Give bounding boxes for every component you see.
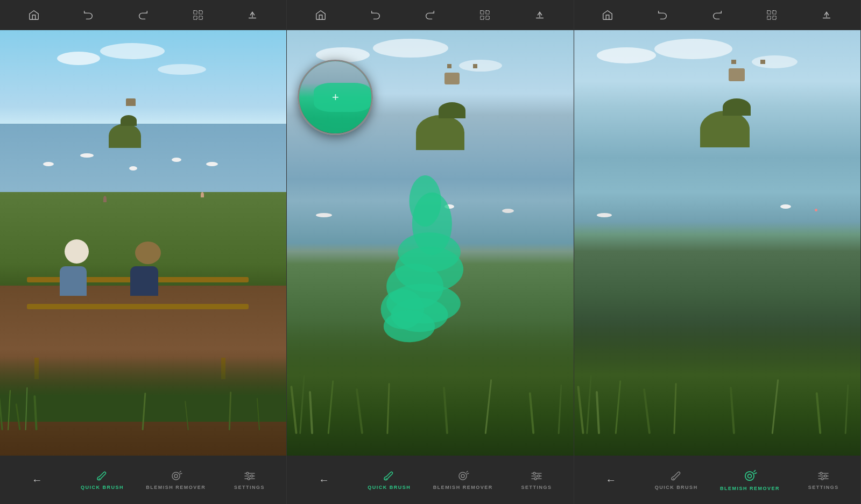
settings-button-1[interactable]: SETTINGS bbox=[228, 470, 271, 490]
svg-rect-37 bbox=[767, 11, 771, 14]
svg-line-30 bbox=[467, 473, 469, 474]
toolbar-2 bbox=[287, 0, 573, 30]
svg-line-6 bbox=[180, 471, 181, 472]
blemish-remover-button-3[interactable]: BLEMISH REMOVER bbox=[720, 468, 780, 491]
settings-icon-2 bbox=[530, 470, 543, 482]
svg-point-50 bbox=[821, 478, 823, 480]
magnifier: + bbox=[298, 60, 373, 135]
settings-label-1: SETTINGS bbox=[234, 485, 265, 490]
blemish-remover-label-2: BLEMISH REMOVER bbox=[433, 485, 493, 490]
panel-2: + ← QUICK BRUSH BLEMISH REMOVER bbox=[287, 0, 574, 504]
svg-line-29 bbox=[467, 471, 468, 472]
svg-line-43 bbox=[754, 471, 756, 472]
blemish-icon-3 bbox=[742, 468, 757, 484]
blemish-icon-2 bbox=[456, 470, 469, 482]
back-arrow-icon-3: ← bbox=[605, 474, 616, 486]
svg-point-27 bbox=[459, 472, 467, 480]
select-icon[interactable] bbox=[189, 6, 207, 24]
svg-rect-40 bbox=[773, 16, 776, 19]
toolbar-3 bbox=[574, 0, 860, 30]
share-icon[interactable] bbox=[244, 6, 261, 24]
svg-line-7 bbox=[180, 473, 182, 474]
quick-brush-label-3: QUICK BRUSH bbox=[655, 485, 698, 490]
image-area-1[interactable] bbox=[0, 30, 286, 456]
svg-point-4 bbox=[172, 472, 180, 480]
home-icon-3[interactable] bbox=[599, 6, 616, 24]
blemish-remover-label-1: BLEMISH REMOVER bbox=[146, 485, 206, 490]
crosshair-icon: + bbox=[332, 90, 339, 104]
undo-icon[interactable] bbox=[80, 6, 97, 24]
image-area-2[interactable]: + bbox=[287, 30, 573, 456]
svg-rect-2 bbox=[194, 16, 197, 19]
redo-icon-2[interactable] bbox=[421, 6, 439, 24]
settings-label-3: SETTINGS bbox=[808, 485, 839, 490]
svg-rect-3 bbox=[199, 16, 202, 19]
back-button-2[interactable]: ← bbox=[302, 474, 345, 486]
back-arrow-icon: ← bbox=[32, 474, 43, 486]
quick-brush-button-3[interactable]: QUICK BRUSH bbox=[655, 470, 698, 490]
svg-point-49 bbox=[824, 475, 827, 477]
svg-point-35 bbox=[538, 475, 540, 477]
bottom-bar-3: ← QUICK BRUSH BLEMISH REMOVER bbox=[574, 456, 860, 504]
brush-icon bbox=[96, 470, 109, 482]
panel-1: ← QUICK BRUSH BLEMISH REMOVER bbox=[0, 0, 287, 504]
svg-rect-15 bbox=[486, 11, 489, 14]
quick-brush-button-1[interactable]: QUICK BRUSH bbox=[81, 470, 124, 490]
svg-point-48 bbox=[820, 472, 822, 474]
home-icon-2[interactable] bbox=[312, 6, 329, 24]
redo-icon-3[interactable] bbox=[709, 6, 726, 24]
svg-rect-38 bbox=[773, 11, 776, 14]
svg-point-28 bbox=[461, 474, 464, 478]
blemish-remover-button-2[interactable]: BLEMISH REMOVER bbox=[433, 470, 493, 490]
bottom-bar-1: ← QUICK BRUSH BLEMISH REMOVER bbox=[0, 456, 286, 504]
home-icon[interactable] bbox=[25, 6, 43, 24]
quick-brush-label-1: QUICK BRUSH bbox=[81, 485, 124, 490]
select-icon-2[interactable] bbox=[476, 6, 493, 24]
svg-rect-17 bbox=[486, 16, 489, 19]
back-button-1[interactable]: ← bbox=[16, 474, 59, 486]
settings-label-2: SETTINGS bbox=[521, 485, 552, 490]
toolbar-1 bbox=[0, 0, 286, 30]
quick-brush-button-2[interactable]: QUICK BRUSH bbox=[368, 470, 411, 490]
panel-3: ← QUICK BRUSH BLEMISH REMOVER bbox=[574, 0, 861, 504]
settings-button-2[interactable]: SETTINGS bbox=[515, 470, 558, 490]
svg-rect-39 bbox=[767, 16, 771, 19]
brush-icon-2 bbox=[383, 470, 396, 482]
blemish-remover-label-3: BLEMISH REMOVER bbox=[720, 486, 780, 491]
undo-icon-3[interactable] bbox=[654, 6, 671, 24]
select-icon-3[interactable] bbox=[763, 6, 780, 24]
quick-brush-label-2: QUICK BRUSH bbox=[368, 485, 411, 490]
settings-icon-3 bbox=[817, 470, 830, 482]
redo-icon[interactable] bbox=[135, 6, 152, 24]
svg-point-5 bbox=[174, 474, 178, 478]
share-icon-3[interactable] bbox=[818, 6, 835, 24]
svg-rect-16 bbox=[481, 16, 484, 19]
svg-point-11 bbox=[246, 472, 249, 474]
back-button-3[interactable]: ← bbox=[589, 474, 632, 486]
svg-line-44 bbox=[755, 473, 757, 473]
settings-icon bbox=[243, 470, 256, 482]
svg-point-42 bbox=[748, 474, 752, 478]
bottom-bar-2: ← QUICK BRUSH BLEMISH REMOVER bbox=[287, 456, 573, 504]
undo-icon-2[interactable] bbox=[367, 6, 384, 24]
svg-point-34 bbox=[533, 472, 535, 474]
svg-point-12 bbox=[251, 475, 253, 477]
brush-icon-3 bbox=[670, 470, 683, 482]
svg-rect-0 bbox=[194, 11, 197, 14]
svg-point-41 bbox=[745, 472, 754, 480]
svg-point-13 bbox=[248, 478, 250, 480]
blemish-remover-button-1[interactable]: BLEMISH REMOVER bbox=[146, 470, 206, 490]
image-area-3[interactable] bbox=[574, 30, 860, 456]
svg-point-36 bbox=[534, 478, 537, 480]
blemish-icon bbox=[170, 470, 182, 482]
back-arrow-icon-2: ← bbox=[319, 474, 329, 486]
share-icon-2[interactable] bbox=[531, 6, 548, 24]
svg-rect-1 bbox=[199, 11, 202, 14]
svg-rect-14 bbox=[481, 11, 484, 14]
settings-button-3[interactable]: SETTINGS bbox=[802, 470, 845, 490]
